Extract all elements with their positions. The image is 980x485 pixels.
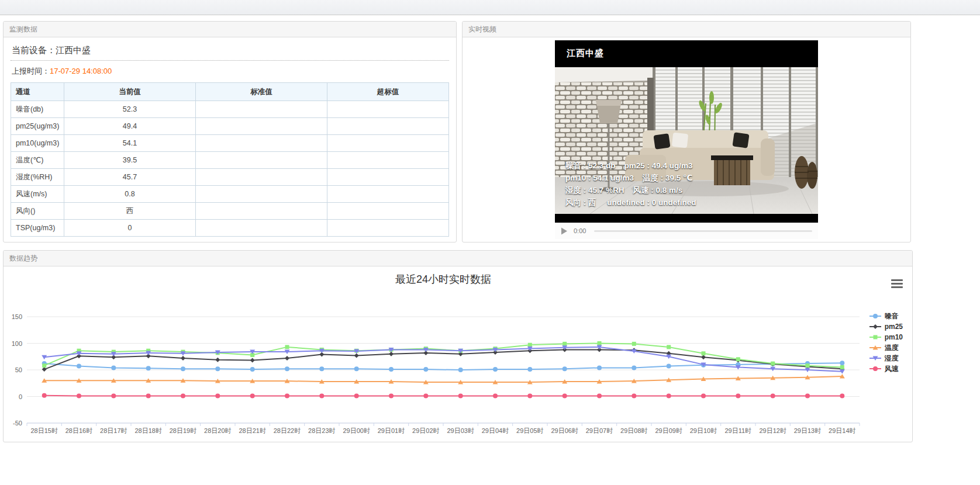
svg-text:28日16时: 28日16时: [65, 427, 92, 434]
table-cell: 39.5: [64, 152, 196, 169]
table-header-cell: 超标值: [327, 83, 449, 101]
table-row: 噪音(db)52.3: [11, 101, 449, 118]
video-overlay-line: 风向 : 西 undefined : 0 undefined: [565, 196, 696, 209]
video-overlay-line: 湿度 : 45.7 %RH 风速 : 0.8 m/s: [565, 184, 696, 196]
legend-item-风速[interactable]: 风速: [869, 363, 903, 374]
legend-diamond-icon: [869, 323, 882, 330]
video-panel-header: 实时视频: [463, 22, 910, 37]
panel-monitoring-data: 监测数据 当前设备：江西中盛 上报时间：17-07-29 14:08:00 通道…: [3, 21, 457, 243]
video-overlay-line: 噪音 : 52.3 db pm25 : 49.4 ug/m3: [565, 160, 696, 172]
svg-text:29日10时: 29日10时: [690, 427, 717, 434]
legend-square-icon: [869, 334, 882, 341]
legend-item-湿度[interactable]: 湿度: [869, 353, 903, 363]
svg-text:最近24小时实时数据: 最近24小时实时数据: [395, 273, 491, 285]
trend-panel-title: 数据趋势: [9, 254, 37, 262]
report-time-value: 17-07-29 14:08:00: [50, 67, 112, 75]
svg-text:29日13时: 29日13时: [794, 427, 821, 434]
video-time: 0:00: [574, 227, 586, 234]
table-header-cell: 当前值: [64, 83, 196, 101]
svg-text:29日14时: 29日14时: [829, 427, 855, 434]
svg-text:29日00时: 29日00时: [343, 427, 370, 434]
table-row: TSP(ug/m3)0: [11, 220, 449, 237]
legend-triangle-icon: [869, 344, 882, 351]
legend-label: 噪音: [885, 311, 899, 321]
panel-live-video: 实时视频 江西中盛: [462, 21, 911, 243]
table-header-cell: 标准值: [196, 83, 327, 101]
table-cell: [327, 152, 449, 169]
svg-text:29日09时: 29日09时: [655, 427, 682, 434]
video-progress-bar[interactable]: [594, 230, 812, 232]
report-time-label: 上报时间：: [12, 67, 50, 75]
table-cell: [196, 220, 327, 237]
svg-text:100: 100: [12, 340, 22, 347]
svg-text:29日07时: 29日07时: [586, 427, 613, 434]
svg-text:28日20时: 28日20时: [204, 427, 231, 434]
legend-item-温度[interactable]: 温度: [869, 342, 903, 353]
svg-text:29日04时: 29日04时: [482, 427, 509, 434]
svg-text:29日05时: 29日05时: [516, 427, 543, 434]
trend-chart: -5005010015028日15时28日16时28日17时28日18时28日1…: [4, 266, 912, 443]
legend-label: 风速: [885, 364, 899, 374]
chart-legend: 噪音pm25pm10温度湿度风速: [869, 311, 903, 374]
table-cell: TSP(ug/m3): [11, 220, 64, 237]
table-cell: 0.8: [64, 186, 196, 203]
chart-context-menu-icon[interactable]: [891, 279, 903, 289]
table-header-cell: 通道: [11, 83, 64, 101]
svg-text:29日03时: 29日03时: [447, 427, 474, 434]
svg-text:50: 50: [15, 366, 22, 373]
table-cell: [196, 203, 327, 220]
table-cell: [196, 169, 327, 186]
legend-item-噪音[interactable]: 噪音: [869, 311, 903, 321]
table-cell: [196, 118, 327, 135]
table-cell: [327, 203, 449, 220]
table-cell: 0: [64, 220, 196, 237]
video-overlay-line: pm10 : 54.1 ug/m3 温度 : 39.5 ℃: [565, 172, 696, 184]
svg-text:29日12时: 29日12时: [759, 427, 786, 434]
table-row: 风速(m/s)0.8: [11, 186, 449, 203]
video-device-title: 江西中盛: [567, 48, 604, 59]
svg-text:0: 0: [19, 393, 22, 400]
table-row: pm10(ug/m3)54.1: [11, 135, 449, 152]
table-cell: 54.1: [64, 135, 196, 152]
table-cell: 风向(): [11, 203, 64, 220]
table-cell: 52.3: [64, 101, 196, 118]
current-device-label: 当前设备：江西中盛: [11, 40, 449, 61]
trend-chart-svg: -5005010015028日15时28日16时28日17时28日18时28日1…: [4, 266, 910, 439]
table-cell: 45.7: [64, 169, 196, 186]
svg-text:28日17时: 28日17时: [100, 427, 127, 434]
table-row: 温度(℃)39.5: [11, 152, 449, 169]
sensor-overlay: 噪音 : 52.3 db pm25 : 49.4 ug/m3pm10 : 54.…: [565, 160, 696, 209]
table-cell: [327, 101, 449, 118]
svg-text:28日21时: 28日21时: [239, 427, 265, 434]
table-header-row: 通道当前值标准值超标值: [11, 83, 449, 101]
table-cell: 温度(℃): [11, 152, 64, 169]
svg-text:29日02时: 29日02时: [412, 427, 439, 434]
table-cell: [196, 152, 327, 169]
table-cell: 湿度(%RH): [11, 169, 64, 186]
trend-panel-header: 数据趋势: [4, 251, 912, 266]
table-cell: 49.4: [64, 118, 196, 135]
table-row: 湿度(%RH)45.7: [11, 169, 449, 186]
legend-item-pm25[interactable]: pm25: [869, 321, 903, 332]
series-温度: [42, 374, 845, 384]
svg-text:-50: -50: [13, 420, 22, 427]
legend-label: 湿度: [885, 354, 899, 363]
svg-text:28日23时: 28日23时: [308, 427, 335, 434]
panel-data-trend: 数据趋势 -5005010015028日15时28日16时28日17时28日18…: [3, 250, 913, 442]
table-cell: [327, 135, 449, 152]
table-cell: 噪音(db): [11, 101, 64, 118]
video-controls: 0:00: [555, 223, 818, 239]
legend-triangle-down-icon: [869, 355, 882, 362]
svg-text:29日01时: 29日01时: [378, 427, 405, 434]
legend-item-pm10[interactable]: pm10: [869, 332, 903, 342]
table-cell: pm25(ug/m3): [11, 118, 64, 135]
video-panel-title: 实时视频: [468, 25, 496, 33]
play-icon[interactable]: [561, 227, 568, 235]
video-player[interactable]: 江西中盛: [555, 40, 818, 223]
svg-text:29日06时: 29日06时: [551, 427, 578, 434]
video-letterbox-bottom: [555, 214, 818, 223]
svg-text:28日22时: 28日22时: [274, 427, 301, 434]
svg-text:28日15时: 28日15时: [30, 427, 57, 434]
svg-text:28日18时: 28日18时: [134, 427, 161, 434]
legend-label: pm25: [885, 323, 903, 331]
